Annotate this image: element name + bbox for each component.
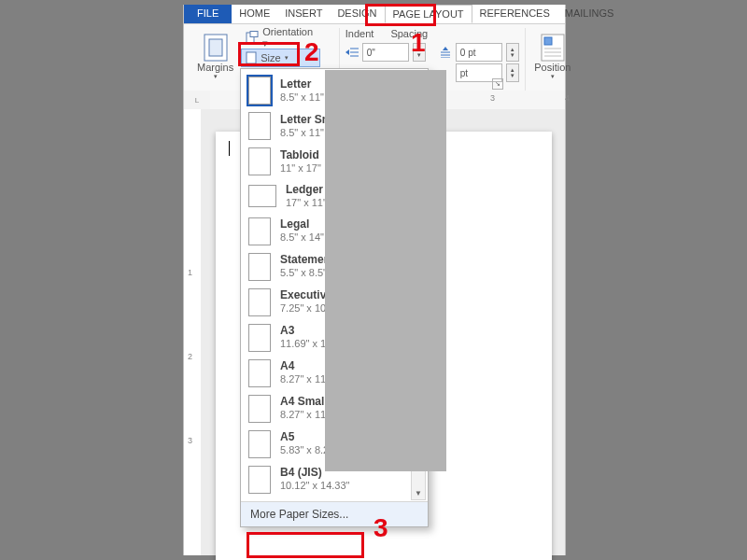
size-dim: 17" x 11" — [286, 197, 327, 210]
paper-icon — [248, 217, 271, 245]
paper-icon — [248, 253, 271, 281]
tab-file[interactable]: FILE — [184, 5, 232, 23]
tab-references[interactable]: REFERENCES — [472, 5, 557, 23]
size-dim: 8.5" x 11" — [280, 91, 324, 105]
indent-left-input[interactable]: 0" — [362, 43, 409, 62]
paper-icon — [248, 324, 271, 352]
tab-home[interactable]: HOME — [232, 5, 277, 23]
paper-icon — [248, 395, 271, 423]
svg-rect-12 — [544, 37, 552, 45]
indent-left-icon — [345, 47, 359, 58]
paper-icon — [248, 430, 271, 458]
paper-icon — [248, 77, 271, 105]
more-paper-sizes[interactable]: More Paper Sizes... — [241, 501, 428, 526]
paper-icon — [248, 288, 271, 316]
paper-icon — [248, 112, 271, 140]
spacing-header: Spacing — [390, 28, 428, 39]
overlay-strip — [325, 70, 446, 471]
ribbon-tabs: FILE HOME INSERT DESIGN PAGE LAYOUT REFE… — [184, 5, 565, 23]
size-label: Size — [261, 52, 280, 63]
spacing-before-icon — [439, 47, 452, 58]
tab-design[interactable]: DESIGN — [330, 5, 384, 23]
ruler-vertical[interactable]: 1 2 3 — [184, 109, 202, 555]
orientation-button[interactable]: Orientation ▾ — [241, 28, 320, 47]
paper-icon — [248, 359, 271, 387]
size-dim: 8.5" x 14" — [280, 231, 324, 245]
position-label: Position — [534, 62, 571, 73]
margins-icon — [204, 34, 228, 62]
size-name: Letter — [280, 77, 324, 91]
svg-rect-4 — [247, 52, 256, 63]
paper-icon — [248, 147, 271, 175]
size-dim: 10.12" x 14.33" — [280, 480, 349, 493]
spacing-before-spinner[interactable]: ▲▼ — [506, 43, 519, 62]
spacing-after-spinner[interactable]: ▲▼ — [506, 63, 519, 82]
orientation-label: Orientation ▾ — [262, 26, 316, 49]
orientation-icon — [246, 31, 259, 44]
position-icon — [541, 34, 565, 62]
indent-header: Indent — [345, 28, 374, 39]
svg-rect-1 — [209, 39, 222, 56]
text-cursor — [229, 141, 230, 156]
scroll-down-button[interactable]: ▼ — [413, 488, 424, 499]
tab-page-layout[interactable]: PAGE LAYOUT — [385, 5, 472, 23]
spacing-before-input[interactable]: 0 pt — [456, 43, 502, 62]
margins-button[interactable]: Margins ▾ — [195, 28, 235, 86]
size-name: Tabloid — [280, 148, 321, 162]
tab-insert[interactable]: INSERT — [277, 5, 330, 23]
group-arrange: Position ▾ — [526, 28, 580, 93]
ruler-v-2: 2 — [188, 352, 192, 361]
size-icon — [246, 51, 257, 64]
svg-rect-3 — [250, 32, 258, 37]
size-button[interactable]: Size ▾ — [241, 49, 320, 67]
indent-left-spinner[interactable]: ▲▼ — [413, 43, 426, 62]
ruler-v-3: 3 — [188, 436, 192, 445]
size-name: Legal — [280, 217, 324, 231]
chevron-down-icon: ▾ — [214, 73, 218, 80]
size-dim: 11" x 17" — [280, 162, 321, 175]
ruler-v-1: 1 — [188, 268, 192, 277]
position-button[interactable]: Position ▾ — [531, 28, 574, 86]
paper-icon — [248, 185, 276, 207]
ruler-tick-4: 4 — [565, 93, 570, 103]
ruler-tick-3: 3 — [490, 93, 495, 103]
ruler-corner: L — [184, 91, 211, 110]
tab-mailings[interactable]: MAILINGS — [557, 5, 622, 23]
chevron-down-icon: ▾ — [551, 73, 555, 80]
chevron-down-icon: ▾ — [285, 54, 289, 62]
paragraph-dialog-launcher[interactable]: ↘ — [492, 78, 503, 90]
paper-icon — [248, 466, 271, 494]
margins-label: Margins — [197, 62, 233, 73]
size-name: Ledger — [286, 183, 327, 197]
